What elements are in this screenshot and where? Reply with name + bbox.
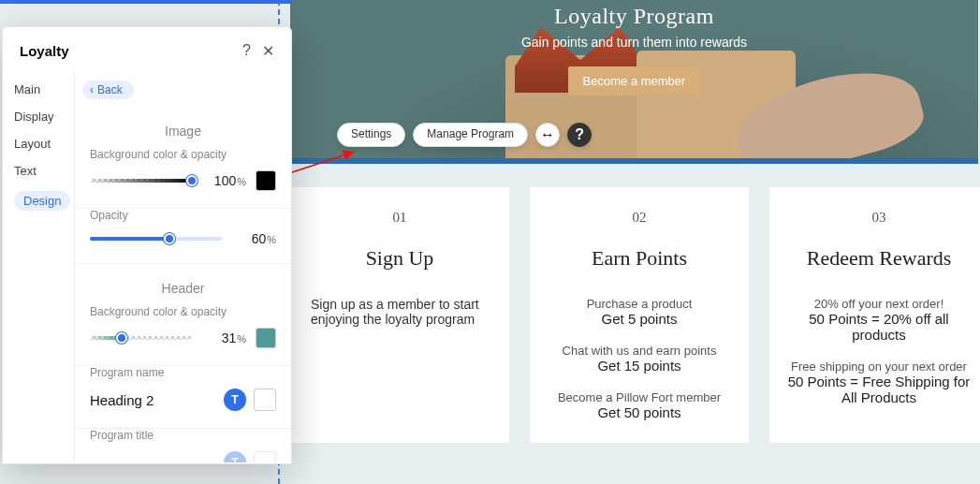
field-program-name: Program name Heading 2 T	[75, 366, 291, 429]
list-item-strong: Get 15 points	[545, 358, 734, 374]
card-earn-points[interactable]: 02 Earn Points Purchase a product Get 5 …	[530, 187, 749, 443]
section-heading-header: Header	[75, 264, 291, 305]
card-sign-up[interactable]: 01 Sign Up Sign up as a member to start …	[290, 187, 509, 443]
list-item: 20% off your next order!	[784, 297, 973, 311]
list-item-strong: Get 50 points	[545, 404, 734, 420]
list-item: Free shipping on your next order	[784, 359, 973, 374]
tab-text[interactable]: Text	[14, 164, 74, 178]
panel-top-accent	[0, 0, 292, 4]
field-label: Background color & opacity	[90, 305, 276, 318]
card-number: 02	[545, 210, 734, 226]
field-image-opacity: Opacity 60%	[75, 209, 291, 264]
list-item-strong: Get 5 points	[545, 311, 734, 327]
card-title: Redeem Rewards	[784, 246, 973, 271]
floating-toolbar: Settings Manage Program ↔ ?	[337, 123, 592, 147]
field-program-title: Program title T	[75, 429, 291, 462]
field-label: Opacity	[90, 209, 276, 222]
resize-icon: ↔	[540, 126, 555, 143]
text-color-swatch[interactable]	[254, 451, 276, 462]
opacity-slider[interactable]	[90, 237, 222, 241]
text-color-swatch[interactable]	[254, 389, 276, 411]
tab-display[interactable]: Display	[14, 110, 74, 124]
bg-opacity-value: 100%	[201, 173, 246, 188]
header-bg-opacity-value: 31%	[201, 330, 246, 345]
resize-button[interactable]: ↔	[535, 123, 560, 147]
header-bg-color-swatch[interactable]	[256, 328, 276, 348]
card-title: Sign Up	[305, 246, 494, 271]
card-number: 01	[305, 210, 494, 226]
field-image-bg-opacity: Background color & opacity 100%	[75, 148, 291, 209]
opacity-value: 60%	[231, 231, 276, 246]
bg-color-swatch[interactable]	[256, 170, 276, 191]
become-member-button[interactable]: Become a member	[568, 66, 701, 95]
field-header-bg-opacity: Background color & opacity 31%	[75, 305, 291, 366]
card-title: Earn Points	[545, 246, 734, 271]
program-name-value[interactable]: Heading 2	[90, 392, 154, 408]
section-heading-image: Image	[75, 107, 291, 148]
list-item: Chat with us and earn points	[545, 344, 734, 358]
list-item: Purchase a product	[545, 297, 734, 311]
close-icon[interactable]: ✕	[262, 42, 274, 60]
panel-tabs: Main Display Layout Text Design	[3, 73, 74, 462]
tab-design[interactable]: Design	[14, 191, 70, 211]
panel-help-icon[interactable]: ?	[242, 42, 251, 60]
field-label: Program name	[90, 366, 276, 379]
text-theme-button[interactable]: T	[224, 389, 246, 411]
tab-layout[interactable]: Layout	[14, 137, 74, 151]
field-label: Background color & opacity	[90, 148, 276, 161]
card-number: 03	[784, 210, 973, 226]
list-item-strong: 50 Points = Free Shipping for All Produc…	[784, 374, 973, 405]
header-bg-opacity-slider[interactable]	[90, 336, 192, 340]
field-label: Program title	[90, 429, 276, 442]
tab-main[interactable]: Main	[14, 82, 74, 96]
card-redeem-rewards[interactable]: 03 Redeem Rewards 20% off your next orde…	[769, 187, 980, 443]
settings-button[interactable]: Settings	[337, 123, 405, 147]
panel-title: Loyalty	[20, 43, 69, 59]
back-button[interactable]: ‹ Back	[82, 81, 134, 99]
bg-opacity-slider[interactable]	[90, 179, 192, 183]
panel-header: Loyalty ? ✕	[3, 27, 291, 73]
card-description: Sign up as a member to start enjoying th…	[305, 297, 494, 327]
chevron-left-icon: ‹	[90, 83, 94, 96]
hero-subtitle: Gain points and turn them into rewards	[290, 35, 978, 50]
steps-row: 01 Sign Up Sign up as a member to start …	[290, 187, 980, 443]
help-icon: ?	[575, 126, 584, 143]
back-label: Back	[97, 83, 123, 96]
text-theme-button[interactable]: T	[224, 451, 246, 462]
list-item: Become a Pillow Fort member	[545, 390, 734, 404]
manage-program-button[interactable]: Manage Program	[413, 123, 528, 147]
design-panel: Loyalty ? ✕ Main Display Layout Text Des…	[2, 26, 292, 464]
help-button[interactable]: ?	[567, 123, 592, 147]
hero-title: Loyalty Program	[290, 4, 978, 29]
panel-content[interactable]: ‹ Back Image Background color & opacity …	[74, 73, 291, 462]
list-item-strong: 50 Points = 20% off all products	[784, 311, 973, 343]
